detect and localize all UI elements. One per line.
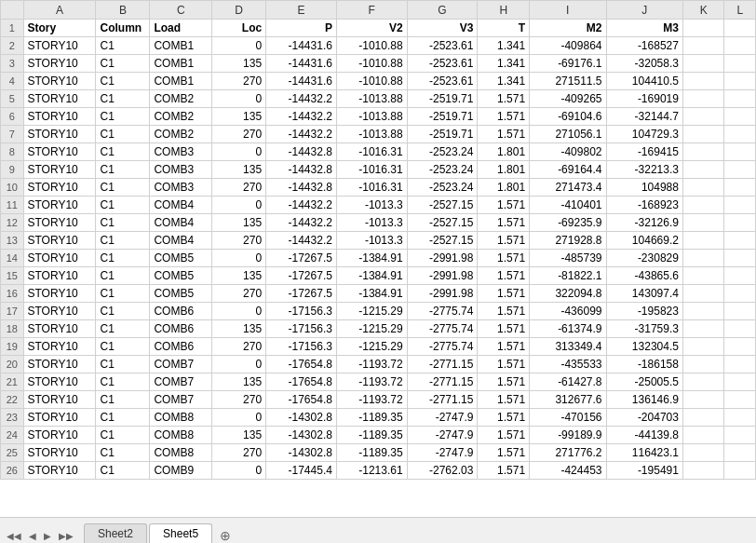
- cell-K10[interactable]: [682, 179, 724, 197]
- cell-J6[interactable]: -32144.7: [606, 108, 682, 126]
- col-header-c[interactable]: C: [150, 1, 212, 20]
- cell-A26[interactable]: STORY10: [23, 462, 96, 480]
- cell-A14[interactable]: STORY10: [23, 250, 96, 267]
- cell-B26[interactable]: C1: [96, 462, 150, 480]
- cell-E3[interactable]: -14431.6: [266, 55, 337, 73]
- cell-H9[interactable]: 1.801: [478, 161, 530, 179]
- cell-B20[interactable]: C1: [96, 356, 150, 373]
- cell-C21[interactable]: COMB7: [150, 373, 212, 391]
- cell-A2[interactable]: STORY10: [23, 37, 96, 55]
- col-header-k[interactable]: K: [682, 1, 724, 20]
- cell-A16[interactable]: STORY10: [23, 285, 96, 303]
- cell-A17[interactable]: STORY10: [23, 303, 96, 320]
- col-header-i[interactable]: I: [530, 1, 606, 20]
- cell-J17[interactable]: -195823: [606, 303, 682, 320]
- cell-C13[interactable]: COMB4: [150, 232, 212, 250]
- cell-J9[interactable]: -32213.3: [606, 161, 682, 179]
- cell-G12[interactable]: -2527.15: [407, 214, 478, 232]
- cell-g1[interactable]: V3: [407, 20, 478, 37]
- cell-J4[interactable]: 104410.5: [606, 73, 682, 90]
- cell-B3[interactable]: C1: [96, 55, 150, 73]
- cell-E5[interactable]: -14432.2: [266, 90, 337, 108]
- cell-E13[interactable]: -14432.2: [266, 232, 337, 250]
- cell-B14[interactable]: C1: [96, 250, 150, 267]
- cell-G26[interactable]: -2762.03: [407, 462, 478, 480]
- cell-H26[interactable]: 1.571: [478, 462, 530, 480]
- cell-A20[interactable]: STORY10: [23, 356, 96, 373]
- cell-D11[interactable]: 0: [212, 197, 266, 214]
- cell-C16[interactable]: COMB5: [150, 285, 212, 303]
- cell-J13[interactable]: 104669.2: [606, 232, 682, 250]
- cell-K18[interactable]: [682, 320, 724, 338]
- cell-F23[interactable]: -1189.35: [336, 409, 407, 427]
- cell-E22[interactable]: -17654.8: [266, 391, 337, 409]
- cell-D8[interactable]: 0: [212, 143, 266, 161]
- cell-J25[interactable]: 116423.1: [606, 444, 682, 462]
- cell-B22[interactable]: C1: [96, 391, 150, 409]
- cell-A11[interactable]: STORY10: [23, 197, 96, 214]
- cell-A9[interactable]: STORY10: [23, 161, 96, 179]
- cell-L4[interactable]: [724, 73, 756, 90]
- cell-C12[interactable]: COMB4: [150, 214, 212, 232]
- col-header-l[interactable]: L: [724, 1, 756, 20]
- cell-L26[interactable]: [724, 462, 756, 480]
- cell-F9[interactable]: -1016.31: [336, 161, 407, 179]
- cell-D6[interactable]: 135: [212, 108, 266, 126]
- cell-C25[interactable]: COMB8: [150, 444, 212, 462]
- cell-B23[interactable]: C1: [96, 409, 150, 427]
- cell-C11[interactable]: COMB4: [150, 197, 212, 214]
- cell-D4[interactable]: 270: [212, 73, 266, 90]
- cell-H10[interactable]: 1.801: [478, 179, 530, 197]
- cell-I25[interactable]: 271776.2: [530, 444, 606, 462]
- cell-D23[interactable]: 0: [212, 409, 266, 427]
- cell-G3[interactable]: -2523.61: [407, 55, 478, 73]
- cell-I26[interactable]: -424453: [530, 462, 606, 480]
- cell-C20[interactable]: COMB7: [150, 356, 212, 373]
- cell-K17[interactable]: [682, 303, 724, 320]
- cell-I11[interactable]: -410401: [530, 197, 606, 214]
- col-header-d[interactable]: D: [212, 1, 266, 20]
- tab-last-arrow[interactable]: ▶▶: [56, 529, 76, 543]
- cell-C6[interactable]: COMB2: [150, 108, 212, 126]
- cell-E8[interactable]: -14432.8: [266, 143, 337, 161]
- cell-H21[interactable]: 1.571: [478, 373, 530, 391]
- cell-E14[interactable]: -17267.5: [266, 250, 337, 267]
- cell-I10[interactable]: 271473.4: [530, 179, 606, 197]
- cell-E15[interactable]: -17267.5: [266, 267, 337, 285]
- cell-E7[interactable]: -14432.2: [266, 126, 337, 143]
- cell-K21[interactable]: [682, 373, 724, 391]
- cell-K4[interactable]: [682, 73, 724, 90]
- cell-E26[interactable]: -17445.4: [266, 462, 337, 480]
- cell-H17[interactable]: 1.571: [478, 303, 530, 320]
- cell-H14[interactable]: 1.571: [478, 250, 530, 267]
- cell-A23[interactable]: STORY10: [23, 409, 96, 427]
- cell-B13[interactable]: C1: [96, 232, 150, 250]
- cell-L12[interactable]: [724, 214, 756, 232]
- cell-F6[interactable]: -1013.88: [336, 108, 407, 126]
- cell-D20[interactable]: 0: [212, 356, 266, 373]
- cell-L10[interactable]: [724, 179, 756, 197]
- cell-F15[interactable]: -1384.91: [336, 267, 407, 285]
- cell-L25[interactable]: [724, 444, 756, 462]
- cell-I5[interactable]: -409265: [530, 90, 606, 108]
- cell-K2[interactable]: [682, 37, 724, 55]
- cell-A6[interactable]: STORY10: [23, 108, 96, 126]
- cell-i1[interactable]: M2: [530, 20, 606, 37]
- cell-l1[interactable]: [724, 20, 756, 37]
- cell-D2[interactable]: 0: [212, 37, 266, 55]
- cell-A19[interactable]: STORY10: [23, 338, 96, 356]
- cell-H7[interactable]: 1.571: [478, 126, 530, 143]
- cell-D15[interactable]: 135: [212, 267, 266, 285]
- cell-J7[interactable]: 104729.3: [606, 126, 682, 143]
- cell-C2[interactable]: COMB1: [150, 37, 212, 55]
- cell-A4[interactable]: STORY10: [23, 73, 96, 90]
- cell-G9[interactable]: -2523.24: [407, 161, 478, 179]
- cell-G17[interactable]: -2775.74: [407, 303, 478, 320]
- cell-C18[interactable]: COMB6: [150, 320, 212, 338]
- cell-D16[interactable]: 270: [212, 285, 266, 303]
- cell-J12[interactable]: -32126.9: [606, 214, 682, 232]
- cell-D17[interactable]: 0: [212, 303, 266, 320]
- cell-D18[interactable]: 135: [212, 320, 266, 338]
- cell-J8[interactable]: -169415: [606, 143, 682, 161]
- cell-J22[interactable]: 136146.9: [606, 391, 682, 409]
